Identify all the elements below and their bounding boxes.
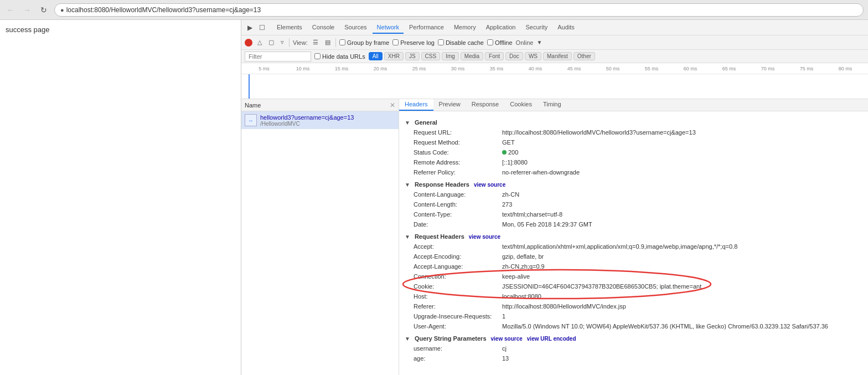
tab-performance[interactable]: Performance: [405, 22, 448, 34]
tick-55ms: 55 ms: [632, 66, 671, 71]
status-dot: [502, 150, 507, 155]
resp-content-length-key: Content-Length:: [414, 200, 502, 209]
resp-content-length-value: 273: [502, 200, 512, 209]
filter-all[interactable]: All: [369, 52, 383, 60]
list-item[interactable]: ↔ helloworld3?username=cj&age=13 /Hellow…: [241, 111, 399, 129]
req-upgrade-value: 1: [502, 312, 505, 321]
network-body: Name ✕ ↔ helloworld3?username=cj&age=13 …: [241, 99, 868, 375]
reload-button[interactable]: ↻: [38, 4, 50, 16]
req-connection-key: Connection:: [414, 272, 502, 281]
hide-data-urls-label: Hide data URLs: [322, 53, 365, 60]
devtools-panel: ▶ ☐ Elements Console Sources Network Per…: [241, 20, 868, 375]
response-headers-triangle: ▼: [405, 182, 410, 188]
req-accept-encoding-value: gzip, deflate, br: [502, 252, 544, 261]
query-string-view-url-encoded[interactable]: view URL encoded: [527, 336, 576, 342]
query-string-view-source[interactable]: view source: [491, 336, 523, 342]
query-age-row: age: 13: [405, 354, 862, 363]
resp-content-language-row: Content-Language: zh-CN: [405, 190, 862, 199]
tab-headers[interactable]: Headers: [399, 99, 433, 111]
clear-button[interactable]: △: [256, 38, 264, 47]
file-list: Name ✕ ↔ helloworld3?username=cj&age=13 …: [241, 99, 399, 375]
details-tabs: Headers Preview Response Cookies Timing: [399, 99, 868, 111]
tab-elements[interactable]: Elements: [272, 22, 307, 34]
tab-application[interactable]: Application: [482, 22, 520, 34]
req-referer-key: Referer:: [414, 302, 502, 311]
general-remote-row: Remote Address: [::1]:8080: [405, 158, 862, 167]
general-referrer-key: Referrer Policy:: [414, 168, 502, 177]
req-accept-encoding-key: Accept-Encoding:: [414, 252, 502, 261]
cursor-icon[interactable]: ▶: [245, 23, 255, 33]
filter-icon[interactable]: ▿: [279, 38, 286, 47]
group-by-frame-checkbox[interactable]: [339, 39, 345, 45]
tab-audits[interactable]: Audits: [553, 22, 579, 34]
query-username-key: username:: [414, 344, 502, 353]
address-bar[interactable]: ● localhost:8080/HelloworldMVC/helloworl…: [54, 3, 864, 17]
tab-console[interactable]: Console: [308, 22, 339, 34]
tab-security[interactable]: Security: [521, 22, 552, 34]
req-host-key: Host:: [414, 292, 502, 301]
resp-date-row: Date: Mon, 05 Feb 2018 14:29:37 GMT: [405, 220, 862, 229]
filter-pills-group: All XHR JS CSS Img Media Font Doc WS Man…: [369, 52, 595, 60]
tab-preview[interactable]: Preview: [433, 99, 466, 111]
tab-sources[interactable]: Sources: [340, 22, 371, 34]
filter-media[interactable]: Media: [461, 52, 483, 60]
back-button[interactable]: ←: [4, 4, 17, 16]
page-content: success page: [0, 20, 241, 375]
tab-response[interactable]: Response: [466, 99, 505, 111]
tick-50ms: 50 ms: [593, 66, 632, 71]
file-icon: ↔: [245, 114, 257, 126]
filter-xhr[interactable]: XHR: [384, 52, 404, 60]
filter-css[interactable]: CSS: [421, 52, 441, 60]
camera-icon[interactable]: ▢: [267, 38, 276, 47]
req-accept-row: Accept: text/html,application/xhtml+xml,…: [405, 242, 862, 251]
query-age-key: age:: [414, 354, 502, 363]
general-status-key: Status Code:: [414, 148, 502, 157]
tick-25ms: 25 ms: [400, 66, 438, 71]
filter-input[interactable]: [245, 52, 311, 61]
response-headers-view-source[interactable]: view source: [474, 182, 505, 188]
resp-content-length-row: Content-Length: 273: [405, 200, 862, 209]
timeline: 5 ms 10 ms 15 ms 20 ms 25 ms 30 ms 35 ms…: [241, 63, 868, 99]
hide-data-urls-checkbox[interactable]: [314, 53, 321, 59]
request-headers-view-source[interactable]: view source: [469, 234, 500, 240]
filter-ws[interactable]: WS: [525, 52, 541, 60]
view-label: View:: [293, 39, 308, 46]
filter-js[interactable]: JS: [405, 52, 420, 60]
preserve-log-checkbox[interactable]: [392, 39, 399, 45]
query-string-section-header: ▼ Query String Parameters view source vi…: [405, 335, 862, 342]
group-by-frame-label: Group by frame: [347, 39, 389, 46]
network-toolbar: △ ▢ ▿ View: ☰ ▤ Group by frame Preserve …: [241, 35, 868, 50]
tab-cookies[interactable]: Cookies: [504, 99, 538, 111]
filter-img[interactable]: Img: [442, 52, 459, 60]
resp-content-type-key: Content-Type:: [414, 210, 502, 219]
req-connection-value: keep-alive: [502, 272, 530, 281]
group-by-frame-group: Group by frame: [339, 39, 389, 46]
req-accept-language-row: Accept-Language: zh-CN,zh;q=0.9: [405, 262, 862, 271]
hide-data-urls-group: Hide data URLs: [314, 53, 365, 60]
offline-checkbox[interactable]: [487, 39, 493, 45]
filter-other[interactable]: Other: [574, 52, 595, 60]
online-dropdown-arrow[interactable]: ▼: [536, 39, 542, 45]
tick-80ms: 80 ms: [826, 66, 865, 71]
filter-manifest[interactable]: Manifest: [543, 52, 572, 60]
disable-cache-checkbox[interactable]: [438, 39, 444, 45]
tab-memory[interactable]: Memory: [450, 22, 480, 34]
tab-timing[interactable]: Timing: [538, 99, 567, 111]
forward-button[interactable]: →: [21, 4, 33, 16]
view-list-icon[interactable]: ☰: [311, 38, 320, 47]
filter-doc[interactable]: Doc: [505, 52, 523, 60]
view-large-icon[interactable]: ▤: [323, 38, 332, 47]
request-headers-rows: Accept: text/html,application/xhtml+xml,…: [405, 242, 862, 331]
tab-network[interactable]: Network: [373, 22, 404, 34]
general-method-row: Request Method: GET: [405, 138, 862, 147]
general-method-key: Request Method:: [414, 138, 502, 147]
device-icon[interactable]: ☐: [257, 23, 267, 33]
record-button[interactable]: [245, 39, 252, 47]
query-username-row: username: cj: [405, 344, 862, 353]
resp-content-type-value: text/html;charset=utf-8: [502, 210, 562, 219]
tick-5ms: 5 ms: [245, 66, 283, 71]
filter-font[interactable]: Font: [485, 52, 504, 60]
file-list-close[interactable]: ✕: [390, 101, 395, 109]
resp-date-value: Mon, 05 Feb 2018 14:29:37 GMT: [502, 220, 592, 229]
general-remote-key: Remote Address:: [414, 158, 502, 167]
